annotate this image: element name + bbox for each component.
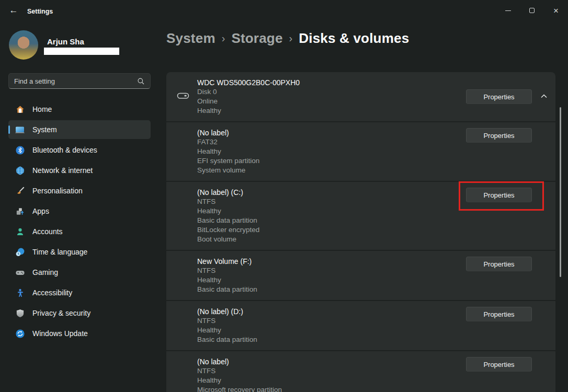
avatar[interactable]	[9, 30, 38, 60]
redacted-email-bar	[44, 48, 119, 55]
back-arrow-icon: ←	[9, 5, 18, 16]
properties-button-c-drive[interactable]: Properties	[466, 188, 532, 202]
volume-row-c-drive: (No label) (C:) NTFS Healthy Basic data …	[166, 182, 555, 251]
volume-detail: BitLocker encrypted	[197, 225, 555, 235]
volume-detail: Basic data partition	[197, 285, 555, 294]
search-icon	[137, 77, 145, 85]
minimize-button[interactable]	[496, 0, 520, 21]
main-content: System › Storage › Disks & volumes WDC W…	[166, 21, 555, 392]
disks-volumes-card: WDC WDS500G2B0C-00PXH0 Disk 0 Online Hea…	[166, 72, 555, 392]
windows-update-icon	[15, 328, 25, 339]
volume-row-recovery: (No label) NTFS Healthy Microsoft recove…	[166, 351, 555, 392]
sidebar-item-label: Apps	[32, 207, 49, 215]
accounts-icon	[15, 226, 25, 237]
maximize-button[interactable]	[520, 0, 544, 21]
sidebar-item-label: Privacy & security	[32, 309, 90, 317]
volume-detail: Healthy	[197, 376, 555, 385]
search-box[interactable]	[8, 73, 151, 89]
scrollbar[interactable]	[560, 107, 561, 277]
time-language-icon	[15, 247, 25, 257]
search-input[interactable]	[14, 77, 137, 85]
volume-detail: Basic data partition	[197, 335, 555, 344]
chevron-right-icon: ›	[289, 32, 293, 44]
bluetooth-icon	[15, 145, 25, 155]
volume-detail: Healthy	[197, 147, 555, 156]
sidebar-item-windows-update[interactable]: Windows Update	[8, 324, 151, 343]
sidebar-item-accounts[interactable]: Accounts	[8, 222, 151, 241]
profile-name: Arjun Sha	[47, 37, 84, 46]
system-icon	[15, 124, 25, 135]
close-button[interactable]: ×	[544, 0, 568, 21]
properties-button-f-drive[interactable]: Properties	[466, 257, 532, 271]
breadcrumb-storage[interactable]: Storage	[231, 30, 282, 47]
titlebar: ← Settings ×	[0, 0, 568, 21]
maximize-icon	[529, 8, 535, 13]
volume-detail: System volume	[197, 166, 555, 175]
sidebar-item-apps[interactable]: Apps	[8, 202, 151, 221]
page-title: Disks & volumes	[299, 30, 409, 47]
sidebar-item-home[interactable]: Home	[8, 100, 151, 119]
apps-icon	[15, 206, 25, 216]
sidebar-item-label: Personalisation	[32, 187, 83, 195]
privacy-security-icon	[15, 308, 25, 318]
network-icon	[15, 165, 25, 176]
properties-button-disk0[interactable]: Properties	[466, 89, 532, 104]
sidebar-item-accessibility[interactable]: Accessibility	[8, 283, 151, 302]
back-button[interactable]: ←	[5, 3, 22, 18]
sidebar-item-label: Windows Update	[32, 329, 88, 338]
sidebar-item-personalisation[interactable]: Personalisation	[8, 181, 151, 200]
gaming-icon	[15, 267, 25, 278]
sidebar-item-label: Accounts	[32, 227, 63, 236]
properties-button-efi[interactable]: Properties	[466, 128, 532, 143]
properties-button-d-drive[interactable]: Properties	[466, 307, 532, 321]
volume-detail: Boot volume	[197, 235, 555, 244]
sidebar-item-label: Time & language	[32, 248, 87, 256]
volume-detail: Microsoft recovery partition	[197, 385, 555, 392]
drive-icon	[177, 90, 189, 103]
breadcrumb-system[interactable]: System	[166, 30, 215, 47]
close-icon: ×	[553, 6, 559, 15]
sidebar-item-label: Network & internet	[32, 166, 93, 175]
disk-row-wdc: WDC WDS500G2B0C-00PXH0 Disk 0 Online Hea…	[166, 72, 555, 122]
sidebar-nav: Home System Bluetooth & devices Network …	[8, 100, 151, 344]
volume-row-efi: (No label) FAT32 Healthy EFI system part…	[166, 122, 555, 182]
sidebar-item-bluetooth-devices[interactable]: Bluetooth & devices	[8, 141, 151, 159]
disk-name: WDC WDS500G2B0C-00PXH0	[197, 78, 555, 87]
volume-row-f-drive: New Volume (F:) NTFS Healthy Basic data …	[166, 251, 555, 301]
sidebar-item-gaming[interactable]: Gaming	[8, 263, 151, 282]
window-controls: ×	[496, 0, 568, 21]
disk-detail: Healthy	[197, 106, 555, 116]
sidebar-item-label: Home	[32, 105, 52, 113]
volume-detail: Basic data partition	[197, 216, 555, 225]
breadcrumb: System › Storage › Disks & volumes	[166, 30, 409, 47]
sidebar-item-network-internet[interactable]: Network & internet	[8, 161, 151, 180]
sidebar-item-label: Gaming	[32, 268, 58, 276]
volume-detail: Healthy	[197, 326, 555, 335]
volume-detail: EFI system partition	[197, 156, 555, 166]
sidebar-item-label: Bluetooth & devices	[32, 146, 97, 154]
home-icon	[15, 104, 25, 114]
volume-detail: Healthy	[197, 275, 555, 285]
sidebar-item-label: Accessibility	[32, 289, 72, 297]
sidebar-item-system[interactable]: System	[8, 120, 151, 139]
chevron-up-icon[interactable]	[540, 92, 548, 101]
properties-button-recovery[interactable]: Properties	[466, 357, 532, 372]
volume-row-d-drive: (No label) (D:) NTFS Healthy Basic data …	[166, 301, 555, 351]
personalisation-icon	[15, 186, 25, 196]
volume-detail: Healthy	[197, 206, 555, 216]
sidebar: Arjun Sha Home System Bluetooth & device…	[0, 21, 159, 392]
chevron-right-icon: ›	[222, 32, 225, 44]
sidebar-item-privacy-security[interactable]: Privacy & security	[8, 304, 151, 322]
app-title: Settings	[27, 8, 53, 15]
minimize-icon	[505, 10, 511, 11]
accessibility-icon	[15, 287, 25, 298]
sidebar-item-label: System	[32, 125, 57, 134]
sidebar-item-time-language[interactable]: Time & language	[8, 243, 151, 261]
